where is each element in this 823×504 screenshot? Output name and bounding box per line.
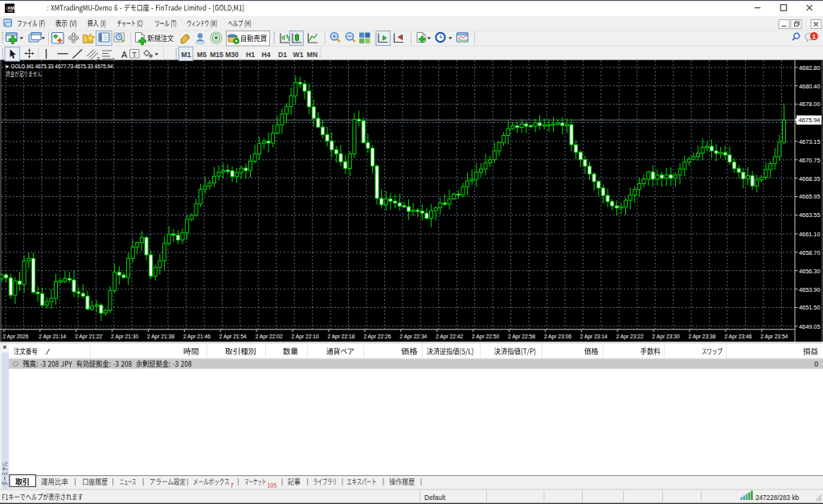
svg-text:4673.15: 4673.15 (799, 138, 821, 145)
svg-text:2 Apr 23:06: 2 Apr 23:06 (544, 333, 571, 340)
svg-text:2 Apr 23:14: 2 Apr 23:14 (580, 333, 608, 340)
svg-text:2 Apr 2026: 2 Apr 2026 (2, 333, 28, 340)
svg-text:1: 1 (813, 33, 816, 40)
svg-text:E: E (97, 56, 100, 61)
svg-text:D1: D1 (278, 51, 287, 59)
svg-text:2 Apr 22:58: 2 Apr 22:58 (508, 333, 535, 340)
svg-text:4653.90: 4653.90 (799, 286, 821, 293)
svg-text:4661.10: 4661.10 (799, 231, 821, 238)
svg-text:2 Apr 22:18: 2 Apr 22:18 (328, 333, 355, 340)
svg-text:Default: Default (424, 494, 445, 502)
svg-text:M5: M5 (197, 51, 207, 59)
svg-text:2 Apr 23:46: 2 Apr 23:46 (724, 333, 751, 340)
svg-text:4656.30: 4656.30 (799, 268, 821, 275)
svg-text:W1: W1 (293, 51, 304, 59)
svg-text:2 Apr 22:26: 2 Apr 22:26 (363, 333, 391, 340)
svg-text:4668.35: 4668.35 (799, 175, 821, 182)
svg-text:2 Apr 22:02: 2 Apr 22:02 (256, 333, 283, 340)
svg-text:2 Apr 23:54: 2 Apr 23:54 (760, 333, 788, 340)
svg-text:4675.94: 4675.94 (799, 117, 821, 124)
svg-text:T: T (132, 51, 136, 59)
svg-text:2 Apr 22:34: 2 Apr 22:34 (399, 333, 427, 340)
svg-text:H1: H1 (246, 51, 255, 59)
svg-text:4651.50: 4651.50 (799, 304, 821, 311)
svg-text:GOLD,M1 4675.33 4677.73 4675.3: GOLD,M1 4675.33 4677.73 4675.33 4675.94 (11, 63, 113, 70)
svg-text:4680.40: 4680.40 (799, 83, 821, 90)
svg-text:4670.75: 4670.75 (799, 157, 821, 164)
svg-text:2 Apr 21:30: 2 Apr 21:30 (111, 333, 138, 340)
svg-text:H4: H4 (262, 51, 271, 59)
svg-text:4649.05: 4649.05 (799, 323, 821, 330)
svg-text:2 Apr 23:38: 2 Apr 23:38 (689, 333, 716, 340)
svg-text:0: 0 (814, 360, 818, 368)
svg-text:2 Apr 22:42: 2 Apr 22:42 (436, 333, 463, 340)
svg-text:4682.80: 4682.80 (799, 64, 821, 72)
svg-text:M15: M15 (210, 51, 223, 59)
svg-text:XM: XM (7, 6, 14, 10)
svg-text:M1: M1 (182, 51, 191, 59)
svg-text:MN: MN (307, 51, 317, 59)
svg-text:247228/283 kb: 247228/283 kb (755, 494, 799, 502)
svg-text:2 Apr 21:14: 2 Apr 21:14 (39, 333, 66, 340)
svg-text:4678.00: 4678.00 (799, 100, 821, 108)
svg-text:A: A (121, 50, 128, 59)
svg-text:4663.55: 4663.55 (799, 211, 821, 219)
svg-text:2 Apr 22:10: 2 Apr 22:10 (292, 333, 319, 340)
svg-text:M30: M30 (225, 51, 239, 59)
svg-text:2 Apr 21:54: 2 Apr 21:54 (219, 333, 247, 340)
svg-text:2 Apr 21:46: 2 Apr 21:46 (183, 333, 211, 340)
svg-text:2 Apr 22:50: 2 Apr 22:50 (472, 333, 499, 340)
svg-text:2 Apr 21:22: 2 Apr 21:22 (75, 333, 102, 340)
svg-text:4658.70: 4658.70 (799, 249, 821, 256)
svg-text:4665.95: 4665.95 (799, 193, 821, 200)
svg-text:2 Apr 21:38: 2 Apr 21:38 (147, 333, 174, 340)
svg-text:2 Apr 23:30: 2 Apr 23:30 (653, 333, 680, 340)
svg-text:2 Apr 23:22: 2 Apr 23:22 (616, 333, 644, 340)
